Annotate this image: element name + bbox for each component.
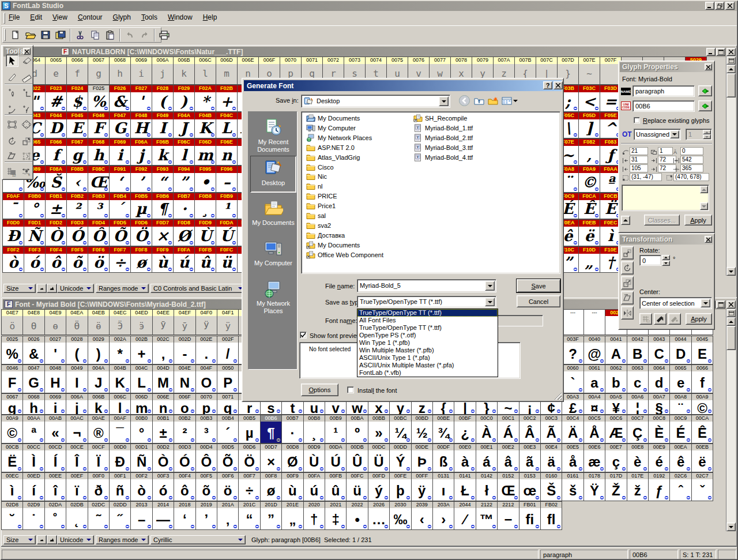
glyph-cell[interactable]: ¯ (109, 422, 131, 444)
glyph-cell[interactable]: ﬂ (540, 508, 562, 530)
glyph-cell[interactable] (583, 316, 605, 335)
glyph-cell[interactable]: Ò (152, 450, 174, 472)
note-scroll-down-button[interactable] (700, 202, 708, 210)
glyph-cell[interactable]: . (195, 343, 217, 364)
glyph-cell[interactable]: » (368, 422, 390, 444)
glyph-cell[interactable]: Æ (605, 422, 627, 444)
glyph-cell[interactable]: q (217, 400, 239, 415)
glyph-cell[interactable]: ⁄ (454, 508, 476, 530)
glyph-cell[interactable]: G (22, 371, 44, 393)
glyph-cell[interactable]: H (44, 371, 66, 393)
glyph-cell[interactable]: ' (44, 343, 66, 364)
file-item[interactable]: My Documents (306, 240, 360, 250)
file-name-combo[interactable]: Myriad-Bold_5 (357, 279, 496, 292)
glyph-cell[interactable]: – (130, 508, 152, 530)
glyph-cell[interactable]: g (1, 400, 23, 415)
file-item[interactable]: Nic (306, 172, 327, 181)
glyph-cell[interactable]: ﬁ (519, 508, 541, 530)
glyph-cell[interactable]: ˙ (22, 508, 44, 530)
glyph-cell[interactable]: ӭ (130, 316, 152, 335)
glyph-cell[interactable]: ½ (411, 422, 433, 444)
knife-tool[interactable] (6, 71, 18, 84)
nb-scrollbar-thumb[interactable] (726, 73, 736, 97)
file-item[interactable]: My Computer (306, 123, 356, 133)
type-option[interactable]: ASCII/Unix Multiple Master (*.pfa) (357, 362, 498, 369)
glyph-cell[interactable]: © (1, 422, 23, 444)
glyph-cell[interactable]: ä (540, 450, 562, 472)
type-option[interactable]: Win Type 1 (*.pfb) (357, 339, 498, 347)
glyph-cell[interactable]: ò (130, 479, 152, 501)
glyph-cell[interactable]: Ž (605, 479, 627, 501)
glyph-cell[interactable]: Ñ (130, 450, 152, 472)
file-item[interactable]: My Network Places (306, 133, 372, 142)
file-item[interactable]: sva2 (306, 221, 331, 230)
glyph-cell[interactable]: ² (174, 422, 195, 444)
glyph-cell[interactable]: Ÿ (583, 479, 605, 501)
glyph-cell[interactable]: ˛ (66, 508, 88, 530)
replace-existing-label[interactable]: Replace existing glyphs (643, 117, 710, 124)
glyph-cell[interactable]: ‰ (389, 508, 411, 530)
place-recent-documents[interactable]: My Recent Documents (250, 115, 296, 152)
file-item[interactable]: Atlas_VladGrig (306, 153, 360, 162)
glyph-cell[interactable]: m (130, 400, 152, 415)
ot-dropdown-button[interactable] (670, 130, 679, 138)
transformation-title-bar[interactable]: Transformation (620, 235, 713, 245)
views-dropdown-arrow-icon[interactable] (513, 100, 518, 102)
flip-transform-icon[interactable] (621, 306, 634, 320)
glyph-cell[interactable]: ª (22, 422, 44, 444)
nb-scrollbar[interactable] (726, 57, 736, 276)
small-preview-button[interactable] (37, 535, 47, 544)
glyph-cell[interactable]: ¢ (540, 400, 562, 415)
glyph-cell[interactable]: ӱ (217, 316, 239, 335)
size-dropdown[interactable]: Size (3, 535, 36, 544)
glyph-cell[interactable]: à (454, 450, 476, 472)
my-scroll-up-button[interactable] (726, 317, 736, 326)
glyph-cell[interactable]: — (152, 508, 174, 530)
glyph-cell[interactable]: é (648, 450, 670, 472)
glyph-cell[interactable]: ¥ (605, 400, 627, 415)
glyph-cell[interactable]: ө (44, 316, 66, 335)
range-value-dropdown[interactable]: Cyrillic (150, 535, 246, 544)
glyph-cell[interactable]: Ð (109, 450, 131, 472)
slant-transform-icon[interactable] (621, 291, 634, 305)
glyph-cell[interactable]: Œ (497, 479, 519, 501)
measure-tool[interactable] (20, 71, 33, 84)
glyph-cell[interactable]: £ (562, 400, 583, 415)
file-item[interactable]: Доставка (306, 231, 345, 240)
dialog-help-button[interactable]: ? (543, 81, 552, 89)
glyph-cell[interactable]: ӯ (174, 316, 195, 335)
glyph-cell[interactable]: î (44, 479, 66, 501)
transformation-close-button[interactable] (705, 236, 712, 243)
glyph-cell[interactable]: › (432, 508, 454, 530)
glyph-cell[interactable]: ˚ (44, 508, 66, 530)
dialog-close-button[interactable] (554, 81, 563, 89)
place-my-network[interactable]: My Network Places (250, 277, 296, 314)
generate-unicode-button[interactable] (698, 100, 712, 111)
glyph-cell[interactable]: œ (519, 479, 541, 501)
glyph-cell[interactable]: L (130, 371, 152, 393)
glyph-cell[interactable]: ± (152, 422, 174, 444)
glyph-cell[interactable]: r (238, 400, 260, 415)
glyph-cell[interactable]: | (454, 400, 476, 415)
glyph-note-box[interactable] (622, 185, 709, 211)
glyph-cell[interactable]: ’ (195, 508, 217, 530)
glyph-cell[interactable]: ÿ (411, 479, 433, 501)
save-button[interactable]: Save (517, 279, 560, 292)
glyph-cell[interactable]: ¿ (454, 422, 476, 444)
glyph-cell[interactable]: „ (281, 508, 303, 530)
glyph-cell[interactable]: À (476, 422, 498, 444)
glyph-cell[interactable]: - (174, 343, 195, 364)
glyph-cell[interactable]: Ç (627, 422, 649, 444)
options-button[interactable]: Options (301, 384, 338, 396)
glyph-cell[interactable]: “ (238, 508, 260, 530)
edit-arrow-tool[interactable] (6, 54, 18, 67)
glyph-cell[interactable]: & (22, 343, 44, 364)
glyph-cell[interactable]: ¡ (519, 400, 541, 415)
glyph-cell[interactable]: / (217, 343, 239, 364)
glyph-cell[interactable]: Ü (368, 450, 390, 472)
glyph-cell[interactable]: Á (497, 422, 519, 444)
glyph-cell[interactable]: ӧ (1, 316, 23, 335)
glyph-cell[interactable]: d (648, 371, 670, 393)
my-panel-toggle-button[interactable] (726, 309, 736, 317)
glyph-cell[interactable]: ° (130, 422, 152, 444)
